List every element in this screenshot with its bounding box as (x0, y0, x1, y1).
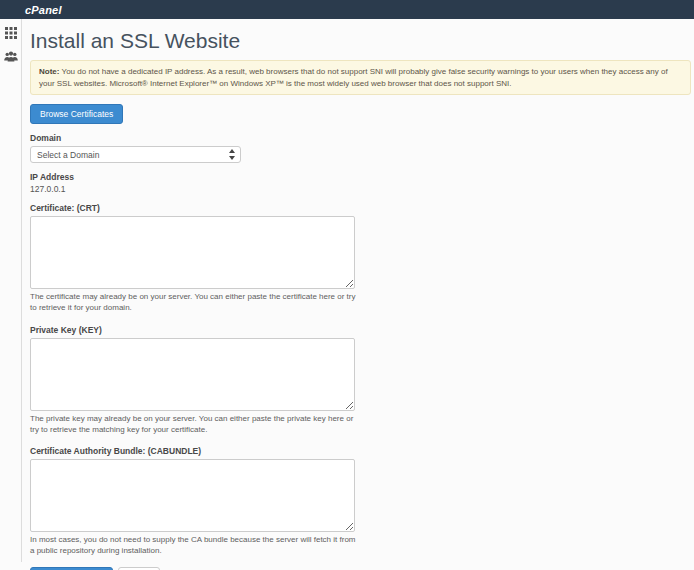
domain-select[interactable]: Select a Domain (30, 146, 241, 163)
top-navbar: cPanel (0, 0, 694, 19)
ip-address-value: 127.0.0.1 (30, 184, 691, 194)
private-key-help-text: The private key may already be on your s… (30, 413, 360, 435)
ca-bundle-textarea[interactable] (30, 459, 355, 532)
users-icon[interactable] (4, 50, 18, 64)
cpanel-logo: cPanel (25, 4, 62, 16)
note-label: Note: (39, 67, 59, 76)
domain-select-value: Select a Domain (37, 150, 99, 160)
ca-bundle-label: Certificate Authority Bundle: (CABUNDLE) (30, 446, 691, 456)
sni-warning-note: Note: You do not have a dedicated IP add… (30, 60, 691, 95)
ca-bundle-help-text: In most cases, you do not need to supply… (30, 534, 360, 556)
select-stepper-icon (229, 149, 235, 160)
ip-address-label: IP Address (30, 172, 691, 182)
left-sidebar (0, 19, 22, 562)
private-key-textarea[interactable] (30, 338, 355, 411)
grid-icon[interactable] (4, 26, 18, 40)
private-key-label: Private Key (KEY) (30, 325, 691, 335)
certificate-label: Certificate: (CRT) (30, 203, 691, 213)
browse-certificates-button[interactable]: Browse Certificates (30, 104, 123, 124)
domain-label: Domain (30, 133, 691, 143)
certificate-help-text: The certificate may already be on your s… (30, 291, 360, 313)
note-text: You do not have a dedicated IP address. … (39, 67, 668, 88)
main-content: Install an SSL Website Note: You do not … (23, 19, 694, 570)
certificate-textarea[interactable] (30, 216, 355, 289)
page-title: Install an SSL Website (30, 29, 691, 53)
